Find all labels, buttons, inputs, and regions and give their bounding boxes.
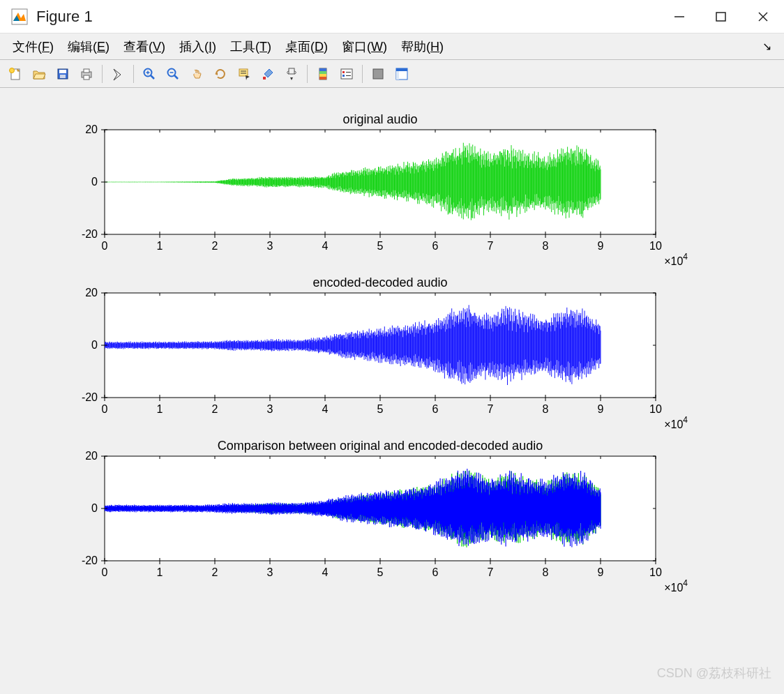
svg-text:4: 4 <box>322 403 329 415</box>
svg-text:10: 10 <box>649 566 662 578</box>
svg-text:3: 3 <box>267 240 273 252</box>
svg-text:9: 9 <box>598 566 604 578</box>
rotate-button[interactable] <box>209 63 232 84</box>
menu-h[interactable]: 帮助(H) <box>394 37 451 56</box>
maximize-button[interactable] <box>700 0 742 33</box>
menubar: 文件(F)编辑(E)查看(V)插入(I)工具(T)桌面(D)窗口(W)帮助(H)… <box>0 33 784 60</box>
svg-rect-34 <box>341 69 352 79</box>
zoom-in-button[interactable] <box>138 63 160 84</box>
svg-marker-25 <box>246 75 250 80</box>
svg-text:6: 6 <box>432 403 439 415</box>
svg-text:1: 1 <box>157 403 163 415</box>
svg-text:0: 0 <box>91 339 98 351</box>
show-plot-tools-button[interactable] <box>391 63 413 84</box>
svg-rect-32 <box>319 74 326 77</box>
edit-plot-button[interactable] <box>107 63 129 84</box>
menu-i[interactable]: 插入(I) <box>172 37 223 56</box>
svg-text:2: 2 <box>212 240 218 252</box>
svg-text:10: 10 <box>649 403 662 415</box>
svg-text:Comparison between original an: Comparison between original and encoded-… <box>218 439 543 453</box>
svg-text:0: 0 <box>102 240 108 252</box>
svg-line-15 <box>151 75 154 79</box>
svg-text:0: 0 <box>91 176 98 188</box>
save-button[interactable] <box>52 63 74 84</box>
toolbar-separator <box>133 65 134 83</box>
brush-button[interactable] <box>257 63 279 84</box>
svg-text:original audio: original audio <box>342 112 417 126</box>
svg-text:7: 7 <box>488 240 494 252</box>
svg-text:8: 8 <box>543 240 549 252</box>
svg-text:-20: -20 <box>82 555 98 566</box>
toolbar-separator <box>307 65 308 83</box>
data-cursor-button[interactable] <box>233 63 255 84</box>
svg-text:encoded-decoded audio: encoded-decoded audio <box>312 276 447 289</box>
svg-rect-10 <box>60 75 66 78</box>
open-button[interactable] <box>28 63 50 84</box>
svg-text:8: 8 <box>543 566 549 578</box>
menu-v[interactable]: 查看(V) <box>116 37 172 56</box>
svg-text:4: 4 <box>322 240 329 252</box>
svg-rect-12 <box>84 69 89 73</box>
svg-text:-20: -20 <box>82 228 98 240</box>
svg-rect-22 <box>239 69 248 76</box>
svg-text:×104: ×104 <box>664 252 688 267</box>
svg-text:2: 2 <box>212 403 218 415</box>
toolbar-separator <box>102 65 103 83</box>
svg-text:6: 6 <box>432 240 439 252</box>
svg-text:20: 20 <box>85 450 98 462</box>
dock-icon[interactable]: ↘ <box>762 40 778 53</box>
menu-w[interactable]: 窗口(W) <box>335 37 394 56</box>
app-icon <box>10 7 29 27</box>
svg-rect-39 <box>373 69 383 79</box>
new-figure-button[interactable] <box>4 63 27 84</box>
hide-plot-tools-button[interactable] <box>367 63 389 84</box>
titlebar: Figure 1 <box>0 0 784 33</box>
pan-button[interactable] <box>186 63 208 84</box>
svg-text:×104: ×104 <box>664 578 688 594</box>
print-button[interactable] <box>75 63 98 84</box>
minimize-button[interactable] <box>658 0 700 33</box>
insert-legend-button[interactable] <box>336 63 358 84</box>
svg-text:7: 7 <box>488 403 494 415</box>
svg-text:3: 3 <box>267 566 273 578</box>
svg-rect-35 <box>342 71 345 73</box>
svg-text:5: 5 <box>377 566 384 578</box>
svg-text:×104: ×104 <box>664 415 688 430</box>
svg-text:-20: -20 <box>82 391 98 403</box>
svg-text:1: 1 <box>157 240 163 252</box>
toolbar <box>0 60 784 88</box>
svg-rect-30 <box>319 68 326 71</box>
svg-text:0: 0 <box>102 403 108 415</box>
svg-rect-26 <box>263 77 266 80</box>
svg-text:7: 7 <box>488 566 494 578</box>
svg-line-19 <box>174 75 178 79</box>
svg-text:0: 0 <box>91 502 98 514</box>
link-button[interactable] <box>280 63 303 84</box>
svg-text:0: 0 <box>102 566 108 578</box>
svg-text:2: 2 <box>212 566 218 578</box>
insert-colorbar-button[interactable] <box>312 63 334 84</box>
svg-text:20: 20 <box>85 123 98 135</box>
svg-rect-27 <box>289 68 294 74</box>
svg-text:10: 10 <box>649 240 662 252</box>
svg-marker-28 <box>290 77 293 80</box>
menu-d[interactable]: 桌面(D) <box>278 37 335 56</box>
svg-text:5: 5 <box>377 240 384 252</box>
menu-t[interactable]: 工具(T) <box>223 37 278 56</box>
svg-rect-9 <box>59 70 66 73</box>
svg-rect-41 <box>396 68 407 71</box>
svg-rect-2 <box>716 13 725 21</box>
zoom-out-button[interactable] <box>162 63 184 84</box>
svg-rect-42 <box>396 71 399 80</box>
window-title: Figure 1 <box>36 8 658 26</box>
svg-text:9: 9 <box>598 403 604 415</box>
menu-f[interactable]: 文件(F) <box>6 37 61 56</box>
watermark: CSDN @荔枝科研社 <box>657 665 771 681</box>
close-button[interactable] <box>742 0 784 33</box>
svg-rect-37 <box>342 75 345 77</box>
menu-e[interactable]: 编辑(E) <box>61 37 116 56</box>
svg-text:20: 20 <box>85 287 98 299</box>
svg-text:9: 9 <box>598 240 604 252</box>
svg-rect-33 <box>319 77 326 80</box>
figure-area: original audio-20020012345678910×104enco… <box>0 88 784 694</box>
